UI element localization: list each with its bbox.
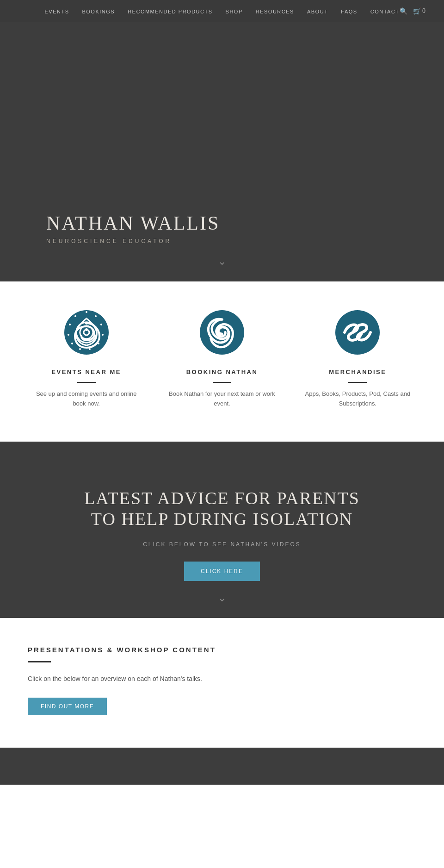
hero-name: NATHAN WALLIS bbox=[46, 212, 444, 234]
svg-point-8 bbox=[79, 348, 81, 350]
svg-point-4 bbox=[100, 324, 102, 325]
svg-point-15 bbox=[335, 310, 380, 355]
card-booking: BOOKING NATHAN Book Nathan for your next… bbox=[166, 309, 278, 409]
nav-item-recommended[interactable]: Recommended Products bbox=[128, 7, 212, 15]
presentations-divider bbox=[28, 661, 51, 662]
card-merchandise-divider bbox=[348, 382, 367, 383]
card-events-title: EVENTS NEAR ME bbox=[51, 368, 121, 375]
events-icon bbox=[63, 309, 110, 356]
cart-icon[interactable]: 🛒 0 bbox=[413, 7, 426, 15]
svg-point-5 bbox=[102, 334, 104, 336]
svg-point-1 bbox=[85, 328, 88, 331]
navigation: Events Bookings Recommended Products Sho… bbox=[0, 0, 444, 22]
footer-spacer bbox=[0, 748, 444, 785]
nav-link-bookings[interactable]: Bookings bbox=[82, 9, 115, 14]
merchandise-icon bbox=[334, 309, 381, 356]
nav-item-contact[interactable]: Contact bbox=[370, 7, 400, 15]
cart-count: 0 bbox=[422, 7, 426, 15]
svg-point-11 bbox=[69, 324, 71, 325]
cta-subtitle: CLICK BELOW TO SEE NATHAN'S VIDEOS bbox=[18, 541, 426, 548]
card-events-divider bbox=[77, 382, 96, 383]
svg-point-9 bbox=[71, 343, 73, 344]
find-out-more-button[interactable]: FIND OUT MORE bbox=[28, 698, 107, 715]
svg-point-12 bbox=[74, 315, 76, 317]
cta-title: LATEST ADVICE FOR PARENTS TO HELP DURING… bbox=[83, 488, 361, 530]
nav-right: 🔍 🛒 0 bbox=[400, 7, 426, 15]
card-merchandise-title: MERCHANDISE bbox=[329, 368, 386, 375]
nav-link-faqs[interactable]: FAQs bbox=[341, 9, 357, 14]
cta-scroll-chevron[interactable]: ⌄ bbox=[218, 592, 226, 604]
nav-link-shop[interactable]: Shop bbox=[226, 9, 243, 14]
card-booking-desc: Book Nathan for your next team or work e… bbox=[166, 389, 278, 409]
card-events: EVENTS NEAR ME See up and coming events … bbox=[31, 309, 142, 409]
presentations-description: Click on the below for an overview on ea… bbox=[28, 674, 416, 685]
nav-item-faqs[interactable]: FAQs bbox=[341, 7, 357, 15]
search-icon[interactable]: 🔍 bbox=[400, 7, 407, 15]
nav-link-about[interactable]: About bbox=[307, 9, 328, 14]
nav-item-about[interactable]: About bbox=[307, 7, 328, 15]
nav-link-contact[interactable]: Contact bbox=[370, 9, 400, 14]
nav-links: Events Bookings Recommended Products Sho… bbox=[44, 7, 399, 15]
nav-link-resources[interactable]: Resources bbox=[256, 9, 294, 14]
hero-section: NATHAN WALLIS NEUROSCIENCE EDUCATOR ⌄ bbox=[0, 22, 444, 281]
nav-item-bookings[interactable]: Bookings bbox=[82, 7, 115, 15]
svg-point-10 bbox=[68, 334, 69, 336]
svg-point-2 bbox=[86, 311, 87, 313]
nav-item-shop[interactable]: Shop bbox=[226, 7, 243, 15]
nav-item-resources[interactable]: Resources bbox=[256, 7, 294, 15]
cards-section: EVENTS NEAR ME See up and coming events … bbox=[0, 281, 444, 442]
card-merchandise-desc: Apps, Books, Products, Pod, Casts and Su… bbox=[302, 389, 413, 409]
presentations-title: PRESENTATIONS & WORKSHOP CONTENT bbox=[28, 646, 416, 654]
svg-point-13 bbox=[85, 322, 88, 325]
svg-point-3 bbox=[95, 315, 97, 317]
card-merchandise: MERCHANDISE Apps, Books, Products, Pod, … bbox=[302, 309, 413, 409]
hero-subtitle: NEUROSCIENCE EDUCATOR bbox=[46, 238, 444, 244]
hero-scroll-chevron[interactable]: ⌄ bbox=[218, 256, 226, 268]
card-booking-title: BOOKING NATHAN bbox=[186, 368, 258, 375]
presentations-section: PRESENTATIONS & WORKSHOP CONTENT Click o… bbox=[0, 618, 444, 748]
click-here-button[interactable]: CLICK HERE bbox=[184, 562, 260, 581]
nav-link-recommended[interactable]: Recommended Products bbox=[128, 9, 212, 14]
booking-icon bbox=[199, 309, 245, 356]
card-booking-divider bbox=[213, 382, 231, 383]
cta-section: LATEST ADVICE FOR PARENTS TO HELP DURING… bbox=[0, 442, 444, 618]
svg-point-7 bbox=[89, 348, 91, 350]
nav-link-events[interactable]: Events bbox=[44, 9, 69, 14]
card-events-desc: See up and coming events and online book… bbox=[31, 389, 142, 409]
nav-item-events[interactable]: Events bbox=[44, 7, 69, 15]
